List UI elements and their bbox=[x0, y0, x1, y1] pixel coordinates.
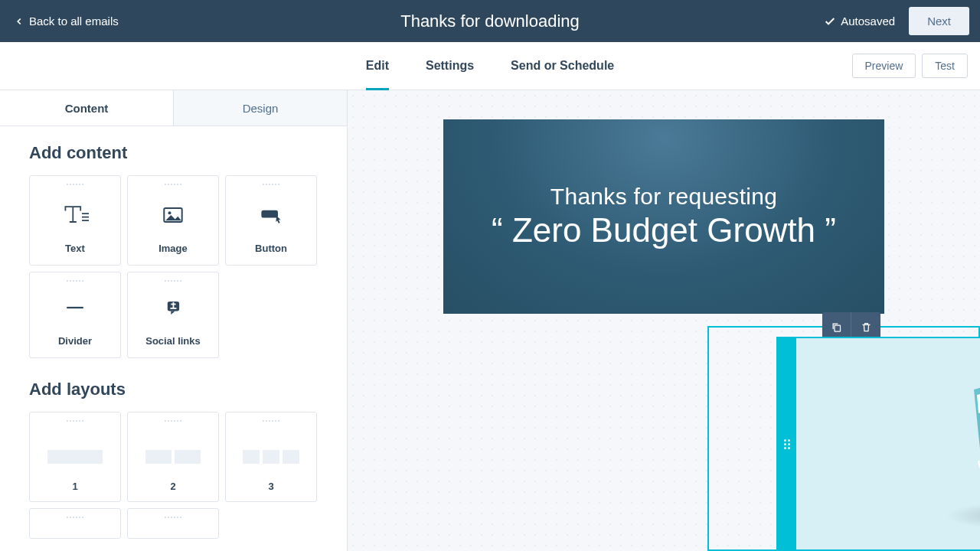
check-icon bbox=[824, 15, 836, 28]
drag-handle-icon bbox=[67, 280, 83, 282]
selection-outline-outer: a guidebook for ZERO BUDGET GROWTH tools… bbox=[707, 326, 980, 551]
editor-tabs: Edit Settings Send or Schedule Preview T… bbox=[0, 42, 980, 90]
layout-tile-2col[interactable]: 2 bbox=[127, 412, 219, 502]
drag-handle-icon bbox=[165, 280, 181, 282]
next-button[interactable]: Next bbox=[909, 7, 969, 35]
tile-divider[interactable]: Divider bbox=[29, 272, 121, 358]
image-block-selected[interactable]: a guidebook for ZERO BUDGET GROWTH tools… bbox=[776, 337, 980, 551]
book-cover-graphic: a guidebook for ZERO BUDGET GROWTH tools… bbox=[934, 347, 980, 535]
drag-handle-icon bbox=[165, 517, 181, 518]
tab-settings[interactable]: Settings bbox=[426, 44, 474, 88]
add-layouts-heading: Add layouts bbox=[29, 380, 318, 399]
drag-handle-icon bbox=[67, 420, 83, 422]
content-tiles: Text Image Button Divid bbox=[29, 175, 318, 358]
trash-icon bbox=[861, 321, 872, 333]
block-drag-handle[interactable] bbox=[778, 338, 796, 549]
hero-line-1: Thanks for requesting bbox=[550, 184, 777, 210]
layout-tiles: 1 2 3 bbox=[29, 412, 318, 539]
panel-tabs: Content Design bbox=[0, 90, 347, 126]
tab-edit[interactable]: Edit bbox=[366, 44, 389, 90]
drag-handle-icon bbox=[165, 420, 181, 422]
svg-point-9 bbox=[946, 502, 980, 530]
top-bar: Back to all emails Thanks for downloadin… bbox=[0, 0, 980, 42]
copy-icon bbox=[831, 321, 842, 333]
tile-text[interactable]: Text bbox=[29, 175, 121, 266]
layout-tile-3col[interactable]: 3 bbox=[225, 412, 317, 502]
layout-label: 2 bbox=[170, 481, 175, 492]
svg-rect-8 bbox=[835, 325, 841, 331]
tile-label: Social links bbox=[145, 335, 201, 347]
chevron-left-icon bbox=[14, 16, 24, 27]
back-label: Back to all emails bbox=[29, 15, 119, 28]
drag-handle-icon bbox=[165, 184, 181, 185]
test-button[interactable]: Test bbox=[922, 54, 968, 78]
autosave-label: Autosaved bbox=[841, 15, 895, 28]
layout-tile-partial[interactable] bbox=[127, 508, 219, 539]
email-preview: Thanks for requesting “ Zero Budget Grow… bbox=[443, 119, 884, 314]
social-icon bbox=[159, 294, 187, 321]
layout-tile-partial[interactable] bbox=[29, 508, 121, 539]
add-content-heading: Add content bbox=[29, 143, 318, 163]
drag-handle-icon bbox=[263, 184, 279, 185]
preview-button[interactable]: Preview bbox=[852, 54, 916, 78]
tile-social-links[interactable]: Social links bbox=[127, 272, 219, 358]
layout-label: 3 bbox=[268, 481, 273, 492]
layout-label: 1 bbox=[72, 481, 77, 492]
hero-line-2: “ Zero Budget Growth ” bbox=[492, 211, 836, 249]
tile-label: Button bbox=[255, 243, 287, 254]
panel-tab-content[interactable]: Content bbox=[0, 90, 173, 126]
image-content: a guidebook for ZERO BUDGET GROWTH tools… bbox=[796, 338, 980, 549]
tile-label: Image bbox=[158, 243, 188, 254]
left-panel: Content Design Add content Text Image bbox=[0, 90, 348, 551]
tab-send-schedule[interactable]: Send or Schedule bbox=[511, 44, 614, 88]
tile-label: Divider bbox=[58, 335, 92, 347]
tile-label: Text bbox=[65, 243, 85, 254]
svg-marker-12 bbox=[974, 363, 980, 508]
divider-icon bbox=[61, 294, 89, 321]
image-icon bbox=[159, 201, 187, 229]
email-canvas[interactable]: Thanks for requesting “ Zero Budget Grow… bbox=[348, 90, 980, 551]
text-icon bbox=[61, 201, 89, 229]
layout-tile-1col[interactable]: 1 bbox=[29, 412, 121, 502]
back-to-emails-link[interactable]: Back to all emails bbox=[14, 15, 119, 28]
autosave-status: Autosaved bbox=[824, 15, 895, 28]
svg-point-1 bbox=[168, 211, 172, 214]
top-right-group: Autosaved Next bbox=[824, 7, 969, 35]
tile-button[interactable]: Button bbox=[225, 175, 317, 266]
drag-handle-icon bbox=[67, 184, 83, 185]
drag-handle-icon bbox=[67, 517, 83, 518]
drag-handle-icon bbox=[263, 420, 279, 422]
tile-image[interactable]: Image bbox=[127, 175, 219, 266]
document-title[interactable]: Thanks for downloading bbox=[400, 11, 580, 31]
panel-tab-design[interactable]: Design bbox=[173, 90, 347, 126]
button-icon bbox=[257, 201, 285, 229]
svg-rect-2 bbox=[261, 210, 278, 218]
hero-block[interactable]: Thanks for requesting “ Zero Budget Grow… bbox=[443, 119, 884, 314]
